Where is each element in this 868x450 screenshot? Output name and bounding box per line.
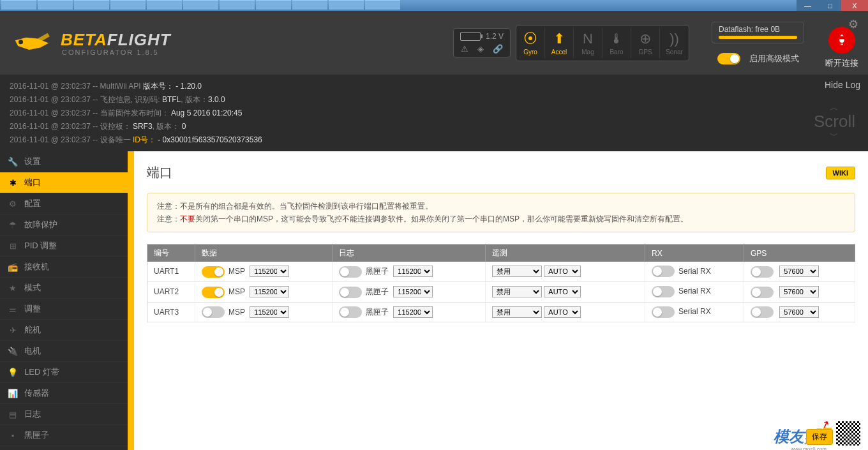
sidebar-accent <box>128 151 134 450</box>
sidebar-item-2[interactable]: ⚙配置 <box>0 193 128 214</box>
msp-baud-select[interactable]: 115200 <box>250 266 289 277</box>
sensor-baro: 🌡Baro <box>602 28 631 58</box>
notice-box: 注意：不是所有的组合都是有效的。当飞控固件检测到该串行端口配置将被重置。 注意：… <box>147 193 855 232</box>
close-button[interactable]: X <box>841 0 868 11</box>
page-title: 端口 <box>147 164 172 181</box>
sidebar-item-6[interactable]: ★模式 <box>0 278 128 299</box>
svg-point-0 <box>19 40 23 44</box>
telemetry-baud-select[interactable]: AUTO <box>544 266 581 277</box>
watermark-url: www.moz8.com <box>791 446 827 450</box>
gps-baud-select[interactable]: 57600 <box>779 266 819 277</box>
taskbar-tab[interactable] <box>292 0 327 10</box>
nav-icon: ⊞ <box>8 241 18 251</box>
gps-baud-select[interactable]: 57600 <box>779 306 819 318</box>
sidebar-item-10[interactable]: 💡LED 灯带 <box>0 362 128 383</box>
telemetry-select[interactable]: 禁用 <box>492 286 542 297</box>
save-button[interactable]: 保存 <box>806 429 833 445</box>
expert-mode-toggle[interactable]: 启用高级模式 <box>717 53 799 64</box>
nav-label: 调整 <box>24 303 41 315</box>
th-data: 数据 <box>195 244 333 262</box>
sidebar-item-12[interactable]: ▤日志 <box>0 404 128 425</box>
taskbar-tab[interactable] <box>1 0 36 10</box>
gps-baud-select[interactable]: 57600 <box>779 286 819 297</box>
taskbar-tab[interactable] <box>183 0 218 10</box>
telemetry-select[interactable]: 禁用 <box>492 306 542 318</box>
nav-label: 电机 <box>24 345 41 357</box>
blackbox-toggle[interactable] <box>339 266 362 278</box>
nav-label: 设置 <box>24 156 41 167</box>
taskbar-tab[interactable] <box>110 0 146 10</box>
logo-beta: BETA <box>61 30 107 49</box>
disconnect-button[interactable] <box>828 27 855 54</box>
blackbox-baud-select[interactable]: 115200 <box>393 266 433 277</box>
taskbar-tab[interactable] <box>147 0 182 10</box>
qr-code <box>835 420 862 447</box>
sidebar-item-9[interactable]: 🔌电机 <box>0 341 128 362</box>
msp-baud-select[interactable]: 115200 <box>250 306 289 318</box>
toggle-switch[interactable] <box>717 53 740 64</box>
telemetry-baud-select[interactable]: AUTO <box>544 306 581 318</box>
app-header: BETAFLIGHT CONFIGURATOR 1.8.5 1.2 V ⚠ ◈ … <box>0 11 868 75</box>
nav-label: LED 灯带 <box>24 366 59 378</box>
hide-log-button[interactable]: Hide Log <box>825 79 860 92</box>
sidebar-item-4[interactable]: ⊞PID 调整 <box>0 236 128 257</box>
sidebar-item-0[interactable]: 🔧设置 <box>0 151 128 172</box>
maximize-button[interactable]: □ <box>819 0 841 11</box>
sidebar-item-8[interactable]: ✈舵机 <box>0 320 128 341</box>
msp-toggle[interactable] <box>202 266 225 278</box>
telemetry-select[interactable]: 禁用 <box>492 266 542 277</box>
sensor-gps: ⊕GPS <box>631 28 660 58</box>
sidebar-item-7[interactable]: ⚌调整 <box>0 299 128 320</box>
taskbar-tab[interactable] <box>365 0 400 10</box>
nav-icon: ✈ <box>8 326 18 335</box>
sidebar-item-5[interactable]: 📻接收机 <box>0 257 128 278</box>
serialrx-toggle[interactable] <box>652 286 675 297</box>
nav-icon: ▪ <box>8 431 18 440</box>
nav-label: 接收机 <box>24 261 49 273</box>
nav-icon: ✱ <box>8 178 18 188</box>
betaflight-logo-icon <box>10 26 54 61</box>
logo-subtitle: CONFIGURATOR 1.8.5 <box>62 49 171 56</box>
gps-toggle[interactable] <box>751 266 774 278</box>
main-content: 端口 WIKI 注意：不是所有的组合都是有效的。当飞控固件检测到该串行端口配置将… <box>134 151 868 450</box>
blackbox-baud-select[interactable]: 115200 <box>393 286 433 297</box>
nav-label: 配置 <box>24 198 41 209</box>
scroll-indicator: ︿ Scroll ﹀ <box>814 100 855 142</box>
taskbar-tab[interactable] <box>38 0 73 10</box>
nav-label: 模式 <box>24 282 41 294</box>
taskbar-tab[interactable] <box>329 0 364 10</box>
nav-label: 故障保护 <box>24 219 57 230</box>
blackbox-baud-select[interactable]: 115200 <box>393 306 433 318</box>
nav-icon: 💡 <box>8 368 18 377</box>
msp-baud-select[interactable]: 115200 <box>250 286 289 297</box>
taskbar-tab[interactable] <box>256 0 291 10</box>
table-row: UART1 MSP 115200 黑匣子 115200 禁用 AUTO Seri… <box>147 262 855 281</box>
logo-flight: FLIGHT <box>107 30 171 49</box>
nav-icon: 🔧 <box>8 157 18 167</box>
nav-label: 日志 <box>24 409 41 420</box>
sidebar-item-3[interactable]: ☂故障保护 <box>0 214 128 236</box>
nav-icon: 📻 <box>8 262 18 272</box>
wiki-button[interactable]: WIKI <box>826 167 855 179</box>
minimize-button[interactable]: — <box>797 0 819 11</box>
blackbox-toggle[interactable] <box>339 287 362 298</box>
th-id: 编号 <box>147 244 195 262</box>
taskbar-tab[interactable] <box>74 0 109 10</box>
blackbox-toggle[interactable] <box>339 306 362 318</box>
telemetry-baud-select[interactable]: AUTO <box>544 286 581 297</box>
sidebar-item-13[interactable]: ▪黑匣子 <box>0 425 128 446</box>
ports-table: 编号 数据 日志 遥测 RX GPS UART1 MSP 115200 黑匣子 … <box>147 244 855 322</box>
port-id: UART3 <box>147 302 195 322</box>
taskbar-tab[interactable] <box>220 0 255 10</box>
msp-toggle[interactable] <box>202 306 225 318</box>
serialrx-toggle[interactable] <box>652 306 675 318</box>
nav-label: 端口 <box>24 177 41 188</box>
sidebar-item-1[interactable]: ✱端口 <box>0 172 128 193</box>
serialrx-toggle[interactable] <box>652 266 675 277</box>
msp-toggle[interactable] <box>202 287 225 298</box>
gps-toggle[interactable] <box>751 287 774 298</box>
sidebar-item-11[interactable]: 📊传感器 <box>0 383 128 404</box>
table-row: UART2 MSP 115200 黑匣子 115200 禁用 AUTO Seri… <box>147 281 855 302</box>
gps-toggle[interactable] <box>751 306 774 318</box>
sensor-mag: NMag <box>574 28 602 58</box>
